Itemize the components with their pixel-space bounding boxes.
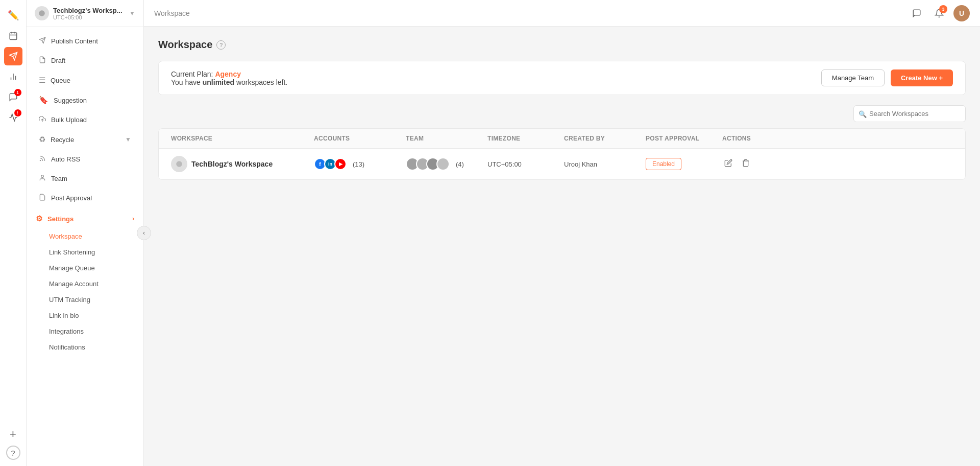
sub-menu-integrations[interactable]: Integrations — [27, 323, 143, 339]
sub-menu-manage-queue-label: Manage Queue — [49, 264, 95, 272]
settings-chevron-icon: › — [132, 215, 134, 222]
svg-point-13 — [40, 160, 40, 161]
col-accounts: Accounts — [310, 129, 402, 148]
sidebar-collapse-button[interactable]: ‹ — [137, 226, 151, 240]
workspace-timezone: UTC+05:00 — [53, 14, 125, 20]
recycle-chevron-icon: ▼ — [125, 136, 131, 143]
td-team: (4) — [402, 150, 483, 178]
col-post-approval: Post Approval — [642, 129, 718, 148]
plan-bold-text: unlimited — [203, 78, 234, 86]
suggestion-icon: 🔖 — [39, 96, 48, 105]
accounts-count: (13) — [353, 160, 364, 168]
sidebar-item-team[interactable]: Team — [30, 169, 140, 188]
col-workspace: Workspace — [167, 129, 310, 148]
td-post-approval: Enabled — [642, 151, 718, 177]
sidebar-item-draft[interactable]: Draft — [30, 51, 140, 70]
team-avatar-4 — [436, 157, 450, 171]
sub-menu-link-shortening[interactable]: Link Shortening — [27, 244, 143, 260]
add-workspace-icon[interactable]: + — [4, 425, 22, 444]
notification-badge: 3 — [939, 5, 947, 13]
td-created-by: Urooj Khan — [560, 153, 642, 175]
sidebar-item-post-approval[interactable]: Post Approval — [30, 189, 140, 207]
main-area: Workspace 3 U Workspace ? Current Plan: … — [144, 0, 980, 466]
settings-icon: ⚙ — [36, 214, 42, 223]
help-bottom-icon[interactable]: ? — [6, 446, 20, 460]
team-icon — [39, 174, 46, 183]
search-input-wrap: 🔍 — [853, 105, 966, 122]
page-title-row: Workspace ? — [158, 39, 966, 51]
col-created-by: Created By — [560, 129, 642, 148]
workspace-dropdown-icon: ▼ — [129, 10, 135, 17]
sidebar-item-publish-content[interactable]: Publish Content — [30, 32, 140, 51]
delete-action-icon[interactable] — [740, 157, 752, 171]
manage-team-button[interactable]: Manage Team — [821, 69, 885, 86]
team-count: (4) — [456, 160, 464, 168]
row-workspace-avatar — [171, 156, 187, 172]
queue-icon: ☰ — [39, 76, 45, 85]
sidebar-item-queue[interactable]: ☰ Queue — [30, 71, 140, 90]
sidebar-item-suggestion[interactable]: 🔖 Suggestion — [30, 90, 140, 110]
publish-icon[interactable] — [4, 47, 22, 65]
sub-menu-link-in-bio[interactable]: Link in bio — [27, 308, 143, 323]
team-avatars-group — [406, 157, 450, 171]
sub-menu-link-shortening-label: Link Shortening — [49, 248, 95, 256]
sidebar-item-settings[interactable]: ⚙ Settings › — [27, 209, 143, 228]
listening-icon[interactable]: ! — [4, 108, 22, 127]
td-actions — [718, 150, 779, 178]
sub-menu-manage-account-label: Manage Account — [49, 280, 99, 288]
col-actions: Actions — [718, 129, 779, 148]
svg-rect-0 — [10, 33, 17, 40]
inbox-icon[interactable]: 1 — [4, 88, 22, 106]
page-help-icon[interactable]: ? — [216, 40, 226, 50]
edit-action-icon[interactable] — [722, 157, 734, 171]
td-accounts: f in ▶ (13) — [310, 151, 402, 177]
breadcrumb: Workspace — [154, 9, 190, 17]
create-new-button[interactable]: Create New + — [891, 69, 953, 86]
workspace-table: Workspace Accounts Team Timezone Created… — [158, 128, 966, 180]
notification-icon[interactable]: 3 — [931, 5, 947, 21]
recycle-icon: ♻ — [39, 135, 45, 144]
col-timezone: Timezone — [483, 129, 560, 148]
compose-icon[interactable]: ✏️ — [4, 6, 22, 25]
user-avatar[interactable]: U — [953, 5, 970, 21]
workspace-selector[interactable]: Techblogz's Worksp... UTC+05:00 ▼ — [27, 0, 143, 27]
bulk-upload-icon — [39, 115, 46, 124]
calendar-icon[interactable] — [4, 27, 22, 45]
col-team: Team — [402, 129, 483, 148]
sidebar-label-recycle: Recycle — [51, 136, 74, 144]
settings-label: Settings — [47, 215, 74, 223]
sub-menu-workspace[interactable]: Workspace — [27, 228, 143, 244]
sidebar-label-bulk-upload: Bulk Upload — [51, 116, 87, 124]
table-header: Workspace Accounts Team Timezone Created… — [159, 129, 965, 149]
sidebar-wrapper: Techblogz's Worksp... UTC+05:00 ▼ Publis… — [27, 0, 144, 466]
sub-menu-workspace-label: Workspace — [49, 232, 82, 240]
sub-menu-integrations-label: Integrations — [49, 328, 84, 335]
analytics-icon[interactable] — [4, 67, 22, 86]
td-timezone: UTC+05:00 — [483, 153, 560, 175]
message-icon[interactable] — [909, 5, 925, 21]
plan-text: Current Plan: Agency You have unlimited … — [171, 70, 287, 86]
sub-menu-manage-account[interactable]: Manage Account — [27, 276, 143, 292]
workspace-avatar — [35, 6, 49, 20]
row-timezone: UTC+05:00 — [487, 160, 522, 168]
breadcrumb-parent: Workspace — [154, 9, 190, 17]
plan-unlimited-label: You have — [171, 78, 203, 86]
sidebar-item-recycle[interactable]: ♻ Recycle ▼ — [30, 130, 140, 149]
row-created-by: Urooj Khan — [564, 160, 597, 168]
sidebar-item-auto-rss[interactable]: Auto RSS — [30, 150, 140, 169]
svg-point-15 — [176, 161, 182, 167]
inbox-badge: 1 — [14, 89, 21, 96]
sub-menu-link-in-bio-label: Link in bio — [49, 312, 79, 319]
sub-menu-manage-queue[interactable]: Manage Queue — [27, 260, 143, 276]
search-bar-row: 🔍 — [158, 105, 966, 122]
youtube-icon: ▶ — [334, 158, 347, 170]
sidebar-item-bulk-upload[interactable]: Bulk Upload — [30, 110, 140, 129]
topnav-right: 3 U — [909, 5, 970, 21]
sub-menu-utm-tracking[interactable]: UTM Tracking — [27, 292, 143, 308]
sidebar: Techblogz's Worksp... UTC+05:00 ▼ Publis… — [27, 0, 144, 466]
search-input[interactable] — [853, 105, 966, 122]
sub-menu-notifications[interactable]: Notifications — [27, 339, 143, 355]
auto-rss-icon — [39, 155, 46, 164]
plan-suffix: workspaces left. — [234, 78, 287, 86]
sidebar-label-post-approval: Post Approval — [51, 194, 92, 202]
